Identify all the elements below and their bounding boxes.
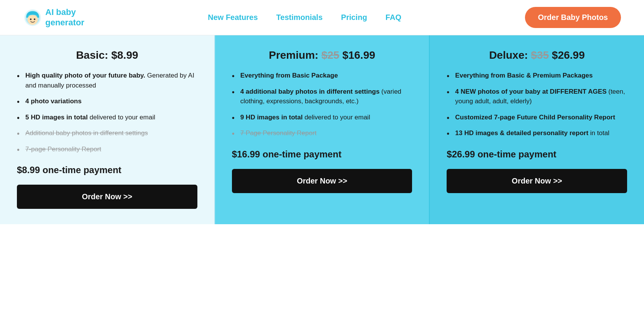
- list-item: Everything from Basic & Premium Packages: [447, 71, 627, 81]
- nav-pricing[interactable]: Pricing: [341, 13, 367, 22]
- list-item: Customized 7-page Future Child Personali…: [447, 112, 627, 122]
- navbar: AI babygenerator New Features Testimonia…: [0, 0, 644, 35]
- plan-deluxe-order-button[interactable]: Order Now >>: [447, 169, 627, 193]
- list-item: 7 Page Personality Report: [232, 128, 412, 138]
- svg-point-2: [28, 14, 38, 25]
- plan-premium-price: $16.99 one-time payment: [232, 149, 412, 160]
- plan-deluxe-price: $26.99 one-time payment: [447, 149, 627, 160]
- logo: AI babygenerator: [23, 7, 84, 28]
- list-item: 7-page Personality Report: [17, 144, 197, 154]
- list-item: Additional baby photos in different sett…: [17, 128, 197, 138]
- plan-premium-features: Everything from Basic Package 4 addition…: [232, 71, 412, 138]
- svg-point-4: [34, 18, 35, 20]
- pricing-section: Basic: $8.99 High quality photo of your …: [0, 35, 644, 240]
- plan-deluxe-title: Deluxe: $35 $26.99: [447, 49, 627, 61]
- list-item: Everything from Basic Package: [232, 71, 412, 81]
- plan-basic-price: $8.99 one-time payment: [17, 165, 197, 175]
- plan-basic-features: High quality photo of your future baby. …: [17, 71, 197, 154]
- nav-faq[interactable]: FAQ: [386, 13, 401, 22]
- plan-premium-order-button[interactable]: Order Now >>: [232, 169, 412, 193]
- list-item: 5 HD images in total delivered to your e…: [17, 112, 197, 122]
- plan-deluxe-features: Everything from Basic & Premium Packages…: [447, 71, 627, 138]
- plan-basic-title: Basic: $8.99: [17, 49, 197, 61]
- logo-icon: [23, 8, 42, 27]
- nav-links: New Features Testimonials Pricing FAQ: [208, 13, 401, 22]
- plan-deluxe: Deluxe: $35 $26.99 Everything from Basic…: [430, 35, 644, 224]
- list-item: High quality photo of your future baby. …: [17, 71, 197, 90]
- plan-premium: Premium: $25 $16.99 Everything from Basi…: [215, 35, 430, 224]
- list-item: 4 photo variations: [17, 96, 197, 106]
- nav-new-features[interactable]: New Features: [208, 13, 258, 22]
- logo-text: AI babygenerator: [45, 7, 84, 28]
- list-item: 4 additional baby photos in different se…: [232, 87, 412, 106]
- list-item: 4 NEW photos of your baby at DIFFERENT A…: [447, 87, 627, 106]
- plan-basic-order-button[interactable]: Order Now >>: [17, 185, 197, 209]
- plan-basic: Basic: $8.99 High quality photo of your …: [0, 35, 215, 224]
- svg-point-3: [30, 18, 31, 20]
- list-item: 13 HD images & detailed personality repo…: [447, 128, 627, 138]
- nav-testimonials[interactable]: Testimonials: [276, 13, 323, 22]
- plan-premium-title: Premium: $25 $16.99: [232, 49, 412, 61]
- list-item: 9 HD images in total delivered to your e…: [232, 112, 412, 122]
- order-baby-photos-button[interactable]: Order Baby Photos: [525, 7, 621, 28]
